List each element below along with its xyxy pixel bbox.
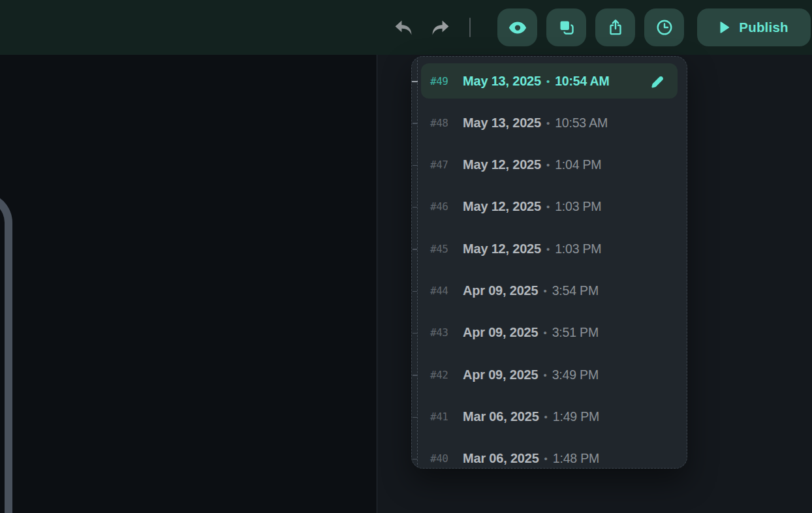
topbar: Publish — [0, 0, 812, 55]
version-number: #42 — [430, 369, 454, 381]
undo-button[interactable] — [390, 14, 416, 40]
canvas-left-pane[interactable] — [0, 55, 377, 513]
version-date: May 12, 2025 — [463, 157, 541, 172]
share-up-icon — [606, 18, 625, 37]
version-row[interactable]: #43 Apr 09, 2025 • 3:51 PM — [421, 315, 678, 350]
version-date: Mar 06, 2025 — [463, 409, 539, 424]
dot-separator: • — [544, 411, 548, 422]
clock-history-icon — [655, 18, 674, 37]
copy-button[interactable] — [546, 8, 586, 46]
version-time: 1:03 PM — [555, 199, 601, 214]
app-root: Publish #49 May 13, 2025 • 10:54 AM — [0, 0, 812, 513]
version-row[interactable]: #40 Mar 06, 2025 • 1:48 PM — [421, 441, 678, 469]
redo-icon — [430, 19, 451, 37]
version-row[interactable]: #47 May 12, 2025 • 1:04 PM — [421, 148, 678, 183]
redo-button[interactable] — [428, 14, 454, 40]
version-time: 10:53 AM — [555, 116, 608, 131]
toolbar-divider — [469, 18, 471, 37]
version-date: Apr 09, 2025 — [463, 325, 538, 340]
version-time: 10:54 AM — [555, 74, 609, 89]
timeline-tick-icon — [413, 417, 417, 418]
version-number: #48 — [430, 117, 454, 129]
version-time: 1:48 PM — [553, 451, 599, 466]
version-number: #40 — [430, 452, 454, 465]
publish-label: Publish — [739, 20, 788, 35]
dot-separator: • — [544, 453, 548, 464]
version-row[interactable]: #45 May 12, 2025 • 1:03 PM — [421, 231, 678, 266]
version-row[interactable]: #44 Apr 09, 2025 • 3:54 PM — [421, 273, 678, 309]
version-row[interactable]: #41 Mar 06, 2025 • 1:49 PM — [421, 399, 678, 435]
version-history-panel: #49 May 13, 2025 • 10:54 AM — [411, 56, 687, 469]
publish-button[interactable]: Publish — [697, 8, 811, 46]
history-button[interactable] — [644, 8, 684, 46]
timeline-tick-icon — [413, 123, 417, 124]
pencil-icon — [649, 74, 664, 89]
version-row[interactable]: #48 May 13, 2025 • 10:53 AM — [421, 105, 678, 140]
timeline-tick-icon — [413, 291, 417, 292]
version-row[interactable]: #49 May 13, 2025 • 10:54 AM — [421, 63, 678, 99]
version-number: #44 — [430, 285, 454, 297]
edit-version-name-button[interactable] — [649, 74, 664, 89]
version-date: May 12, 2025 — [463, 199, 541, 214]
dot-separator: • — [543, 327, 546, 338]
timeline-tick-icon — [413, 459, 417, 460]
layers-copy-icon — [557, 18, 576, 37]
timeline-tick-icon — [413, 375, 417, 376]
eye-icon — [508, 19, 527, 37]
dot-separator: • — [543, 369, 546, 381]
version-row[interactable]: #42 Apr 09, 2025 • 3:49 PM — [421, 357, 678, 392]
version-date: May 13, 2025 — [463, 74, 541, 89]
play-icon — [719, 22, 730, 34]
version-number: #45 — [430, 243, 454, 255]
dot-separator: • — [546, 76, 550, 87]
version-time: 3:49 PM — [552, 367, 599, 382]
version-time: 1:49 PM — [553, 409, 599, 424]
timeline-tick-icon — [413, 207, 417, 208]
version-time: 1:03 PM — [555, 241, 601, 256]
timeline-tick-icon — [413, 165, 417, 166]
version-date: Apr 09, 2025 — [463, 367, 538, 382]
version-number: #41 — [430, 411, 454, 423]
undo-icon — [393, 19, 414, 37]
dot-separator: • — [543, 285, 546, 296]
version-number: #46 — [430, 200, 454, 213]
version-row[interactable]: #46 May 12, 2025 • 1:03 PM — [421, 189, 678, 225]
version-number: #43 — [430, 326, 454, 339]
canvas: #49 May 13, 2025 • 10:54 AM — [0, 55, 812, 513]
dot-separator: • — [546, 243, 550, 255]
version-date: Apr 09, 2025 — [463, 283, 538, 298]
page-frame-corner — [0, 193, 12, 513]
share-button[interactable] — [595, 8, 635, 46]
version-number: #47 — [430, 159, 454, 171]
version-number: #49 — [430, 75, 454, 87]
version-date: May 13, 2025 — [463, 116, 541, 131]
dot-separator: • — [546, 159, 550, 170]
version-time: 1:04 PM — [555, 157, 601, 172]
version-date: Mar 06, 2025 — [463, 451, 539, 466]
timeline-tick-icon — [413, 333, 417, 334]
dot-separator: • — [546, 201, 550, 212]
timeline-dashed-line — [417, 57, 418, 468]
dot-separator: • — [546, 117, 550, 129]
version-date: May 12, 2025 — [463, 241, 541, 256]
timeline-tick-icon — [413, 249, 417, 250]
preview-button[interactable] — [497, 8, 537, 46]
version-time: 3:51 PM — [552, 325, 599, 340]
version-time: 3:54 PM — [552, 283, 599, 298]
timeline-tick-icon — [411, 81, 418, 82]
